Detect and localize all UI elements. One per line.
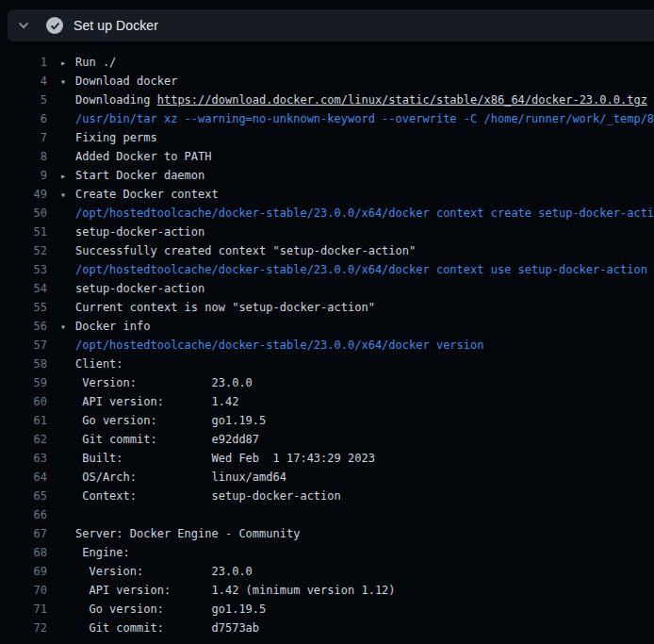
line-number[interactable]: 55 — [0, 298, 47, 317]
group-title: Create Docker context — [75, 188, 219, 201]
line-number[interactable]: 70 — [0, 581, 47, 600]
log-text: Client: — [47, 355, 123, 373]
log-group-header[interactable]: 9▸Start Docker daemon — [0, 166, 654, 185]
line-number[interactable]: 71 — [0, 600, 47, 619]
log-text: Server: Docker Engine - Community — [47, 524, 300, 543]
log-group-header[interactable]: 1▸Run ./ — [0, 53, 654, 72]
log-text: Engine: — [47, 543, 130, 562]
log-line: 52Successfully created context "setup-do… — [0, 241, 654, 260]
line-number[interactable]: 4 — [0, 72, 47, 91]
line-number[interactable]: 51 — [0, 223, 47, 241]
line-number[interactable]: 5 — [0, 91, 47, 109]
log-line: 57/opt/hostedtoolcache/docker-stable/23.… — [0, 336, 654, 355]
line-number[interactable]: 65 — [0, 487, 47, 505]
line-number[interactable]: 64 — [0, 468, 47, 487]
log-line: 58Client: — [0, 355, 654, 373]
log-text: Context: setup-docker-action — [47, 487, 341, 505]
log-group-header[interactable]: 49▾Create Docker context — [0, 185, 654, 204]
log-text: Added Docker to PATH — [47, 147, 212, 166]
log-line: 6/usr/bin/tar xz --warning=no-unknown-ke… — [0, 109, 654, 128]
line-number[interactable]: 57 — [0, 336, 47, 355]
log-line: 5Downloading https://download.docker.com… — [0, 91, 654, 109]
log-line: 66 — [0, 505, 654, 524]
log-line: 64 OS/Arch: linux/amd64 — [0, 468, 654, 487]
log-line: 8Added Docker to PATH — [0, 147, 654, 166]
log-text: setup-docker-action — [47, 223, 204, 241]
log-text: setup-docker-action — [47, 279, 204, 298]
log-line: 68 Engine: — [0, 543, 654, 562]
log-output: 1▸Run ./4▾Download docker5Downloading ht… — [0, 53, 654, 637]
triangle-down-icon: ▾ — [60, 186, 75, 204]
log-text: Version: 23.0.0 — [47, 562, 253, 581]
line-number[interactable]: 62 — [0, 430, 47, 449]
group-title: Download docker — [75, 74, 177, 88]
line-number[interactable]: 53 — [0, 260, 47, 279]
log-text: Version: 23.0.0 — [47, 373, 253, 392]
log-text: /opt/hostedtoolcache/docker-stable/23.0.… — [47, 260, 647, 279]
log-line: 61 Go version: go1.19.5 — [0, 411, 654, 430]
line-number[interactable]: 7 — [0, 128, 47, 147]
line-number[interactable]: 54 — [0, 279, 47, 298]
log-text: Git commit: e92dd87 — [47, 430, 259, 449]
line-number[interactable]: 49 — [0, 185, 47, 204]
line-number[interactable]: 61 — [0, 411, 47, 430]
log-text: Successfully created context "setup-dock… — [47, 241, 416, 260]
chevron-down-icon[interactable] — [17, 19, 30, 32]
triangle-right-icon: ▸ — [60, 167, 75, 185]
line-number[interactable]: 69 — [0, 562, 47, 581]
log-line: 67Server: Docker Engine - Community — [0, 524, 654, 543]
line-number[interactable]: 72 — [0, 619, 47, 637]
check-circle-icon — [46, 17, 63, 34]
line-number[interactable]: 1 — [0, 53, 47, 72]
line-number[interactable]: 50 — [0, 204, 47, 223]
line-number[interactable]: 9 — [0, 166, 47, 185]
line-number[interactable]: 8 — [0, 147, 47, 166]
line-number[interactable]: 67 — [0, 524, 47, 543]
log-text: ▸Start Docker daemon — [47, 166, 204, 185]
triangle-down-icon: ▾ — [60, 318, 75, 336]
line-number[interactable]: 6 — [0, 109, 47, 128]
line-number[interactable]: 63 — [0, 449, 47, 468]
triangle-down-icon: ▾ — [60, 73, 75, 91]
log-line: 69 Version: 23.0.0 — [0, 562, 654, 581]
triangle-right-icon: ▸ — [60, 54, 75, 72]
line-number[interactable]: 66 — [0, 505, 47, 524]
line-number[interactable]: 68 — [0, 543, 47, 562]
log-line: 62 Git commit: e92dd87 — [0, 430, 654, 449]
log-text — [47, 505, 75, 524]
log-text: Built: Wed Feb 1 17:43:29 2023 — [47, 449, 375, 468]
log-text: Git commit: d7573ab — [47, 619, 259, 637]
line-number[interactable]: 56 — [0, 317, 47, 336]
log-line: 54setup-docker-action — [0, 279, 654, 298]
line-number[interactable]: 58 — [0, 355, 47, 373]
log-line: 65 Context: setup-docker-action — [0, 487, 654, 505]
log-text: /opt/hostedtoolcache/docker-stable/23.0.… — [47, 204, 654, 223]
line-number[interactable]: 59 — [0, 373, 47, 392]
log-line: 7Fixing perms — [0, 128, 654, 147]
log-line: 59 Version: 23.0.0 — [0, 373, 654, 392]
log-text: Go version: go1.19.5 — [47, 411, 266, 430]
log-group-header[interactable]: 4▾Download docker — [0, 72, 654, 91]
log-text: ▾Docker info — [47, 317, 150, 336]
log-text: Fixing perms — [47, 128, 157, 147]
log-line: 50/opt/hostedtoolcache/docker-stable/23.… — [0, 204, 654, 223]
log-line: 71 Go version: go1.19.5 — [0, 600, 654, 619]
log-text: OS/Arch: linux/amd64 — [47, 468, 286, 487]
log-line: 51setup-docker-action — [0, 223, 654, 241]
log-text: Downloading https://download.docker.com/… — [47, 91, 647, 109]
log-line: 72 Git commit: d7573ab — [0, 619, 654, 637]
step-header[interactable]: Set up Docker — [8, 9, 654, 41]
log-line: 55Current context is now "setup-docker-a… — [0, 298, 654, 317]
log-link[interactable]: https://download.docker.com/linux/static… — [157, 93, 647, 107]
log-text: Go version: go1.19.5 — [47, 600, 266, 619]
log-group-header[interactable]: 56▾Docker info — [0, 317, 654, 336]
log-text: API version: 1.42 — [47, 392, 238, 411]
log-text: /usr/bin/tar xz --warning=no-unknown-key… — [47, 109, 654, 128]
group-title: Run ./ — [75, 56, 116, 69]
group-title: Docker info — [75, 320, 150, 333]
line-number[interactable]: 52 — [0, 241, 47, 260]
log-text: API version: 1.42 (minimum version 1.12) — [47, 581, 396, 600]
line-number[interactable]: 60 — [0, 392, 47, 411]
log-text: Downloading — [75, 93, 157, 107]
step-title: Set up Docker — [74, 18, 158, 33]
